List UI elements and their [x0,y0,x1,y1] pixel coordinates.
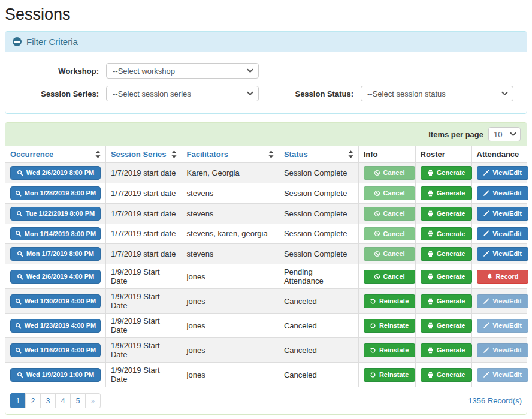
column-header-content: Session Series [111,150,177,159]
roster-generate-button[interactable]: Generate [421,227,472,241]
facilitators-cell: jones [182,314,279,338]
ban-icon [374,273,380,280]
occurrence-cell: Wed 2/6/2019 4:00 PM [5,264,105,289]
roster-generate-button[interactable]: Generate [421,207,472,221]
facilitators-cell: jones [182,338,279,363]
attendance-cell: View/Edit [471,183,527,203]
attendance-record-button[interactable]: Record [477,270,528,284]
workshop-select[interactable]: --Select workshop [106,63,259,79]
pencil-icon [483,230,489,237]
column-header-occurrence[interactable]: Occurrence [5,146,105,163]
items-per-page-select[interactable]: 10 [488,127,521,141]
roster-cell: Generate [415,314,471,338]
button-label: Reinstate [379,370,409,379]
column-label: Info [364,150,378,159]
sort-icon[interactable] [268,150,274,158]
button-label: Generate [437,168,466,177]
roster-generate-button[interactable]: Generate [421,343,472,357]
sessions-table: OccurrenceSession SeriesFacilitatorsStat… [5,146,527,387]
table-toolbar: Items per page 10 [5,123,527,146]
filter-panel-header[interactable]: Filter Criteria [5,32,527,52]
info-cell: Reinstate [358,289,415,314]
pagination-page-5-button[interactable]: 5 [70,393,86,408]
search-icon [15,298,22,305]
attendance-view-edit-button[interactable]: View/Edit [477,227,528,241]
roster-generate-button[interactable]: Generate [421,186,472,200]
info-cell: Cancel [358,244,415,264]
occurrence-cell: Mon 1/7/2019 8:00 PM [5,244,105,264]
table-footer: 12345» 1356 Record(s) [5,387,527,414]
sessions-table-panel: Items per page 10 OccurrenceSession Seri… [5,122,527,415]
occurrence-mon-1-14-2019-8-00-pm-button[interactable]: Mon 1/14/2019 8:00 PM [10,227,101,241]
attendance-view-edit-button[interactable]: View/Edit [477,186,528,200]
info-cell: Reinstate [358,314,415,338]
info-cancel-button: Cancel [364,186,415,200]
status-cell: Canceled [279,314,358,338]
session-row: Wed 2/6/2019 8:00 PM1/7/2019 start dateK… [5,163,527,183]
occurrence-tue-1-22-2019-8-00-pm-button[interactable]: Tue 1/22/2019 8:00 PM [10,207,101,221]
roster-generate-button[interactable]: Generate [421,319,472,333]
info-reinstate-button[interactable]: Reinstate [364,368,415,382]
attendance-cell: Record [471,264,527,289]
attendance-view-edit-button[interactable]: View/Edit [477,247,528,261]
column-header-content: Status [284,150,353,159]
session-status-field: Session Status: --Select session status [266,86,521,101]
occurrence-cell: Mon 1/14/2019 8:00 PM [5,224,105,244]
attendance-cell: View/Edit [471,244,527,264]
button-label: View/Edit [492,370,522,379]
roster-generate-button[interactable]: Generate [421,270,472,284]
roster-generate-button[interactable]: Generate [421,368,472,382]
occurrence-wed-1-30-2019-4-00-pm-button[interactable]: Wed 1/30/2019 4:00 PM [10,294,101,308]
button-label: Record [496,272,519,281]
roster-generate-button[interactable]: Generate [421,294,472,308]
column-header-info: Info [358,146,415,163]
page-title: Sessions [5,5,527,24]
search-icon [15,322,22,329]
session-series-cell: 1/7/2019 start date [105,244,182,264]
occurrence-mon-1-7-2019-8-00-pm-button[interactable]: Mon 1/7/2019 8:00 PM [10,247,101,261]
minus-circle-icon[interactable] [13,37,22,46]
info-reinstate-button[interactable]: Reinstate [364,343,415,357]
roster-cell: Generate [415,363,471,387]
ban-icon [374,170,380,176]
pagination-page-1-button[interactable]: 1 [10,393,26,408]
button-label: View/Edit [492,249,522,258]
occurrence-wed-1-16-2019-4-00-pm-button[interactable]: Wed 1/16/2019 4:00 PM [10,343,101,357]
attendance-view-edit-button[interactable]: View/Edit [477,166,528,180]
column-header-facilitators[interactable]: Facilitators [182,146,279,163]
sort-icon[interactable] [95,150,101,158]
filter-panel-body: Workshop: --Select workshop Session Seri… [5,52,527,113]
sort-icon[interactable] [348,150,353,158]
attendance-view-edit-button[interactable]: View/Edit [477,207,528,221]
occurrence-wed-1-9-2019-1-00-pm-button[interactable]: Wed 1/9/2019 1:00 PM [10,368,101,382]
button-label: Generate [437,272,466,281]
occurrence-wed-2-6-2019-4-00-pm-button[interactable]: Wed 2/6/2019 4:00 PM [10,270,101,284]
pencil-icon [483,190,489,197]
pagination-page-3-button[interactable]: 3 [40,393,56,408]
pagination-page-2-button[interactable]: 2 [25,393,41,408]
info-reinstate-button[interactable]: Reinstate [364,319,415,333]
column-header-status[interactable]: Status [279,146,358,163]
status-cell: Pending Attendance [279,264,358,289]
occurrence-wed-2-6-2019-8-00-pm-button[interactable]: Wed 2/6/2019 8:00 PM [10,166,101,180]
sort-icon[interactable] [171,150,177,158]
info-cancel-button[interactable]: Cancel [364,270,415,284]
pagination-page-4-button[interactable]: 4 [55,393,71,408]
button-label: Generate [437,297,466,306]
button-label: Wed 1/16/2019 4:00 PM [25,346,96,355]
chevron-down-icon [501,91,508,96]
session-series-cell: 1/9/2019 Start Date [105,264,182,289]
printer-icon [427,273,434,280]
button-label: Wed 1/30/2019 4:00 PM [25,297,96,306]
session-status-select[interactable]: --Select session status [361,86,513,101]
column-header-session-series[interactable]: Session Series [105,146,182,163]
occurrence-wed-1-23-2019-4-00-pm-button[interactable]: Wed 1/23/2019 4:00 PM [10,319,101,333]
roster-generate-button[interactable]: Generate [421,247,472,261]
button-label: Cancel [383,249,405,258]
roster-generate-button[interactable]: Generate [421,166,472,180]
attendance-cell: View/Edit [471,203,527,224]
session-series-select[interactable]: --Select session series [106,86,259,101]
occurrence-mon-1-28-2019-8-00-pm-button[interactable]: Mon 1/28/2019 8:00 PM [10,186,101,200]
pagination-next-button[interactable]: » [85,393,101,408]
info-reinstate-button[interactable]: Reinstate [364,294,415,308]
